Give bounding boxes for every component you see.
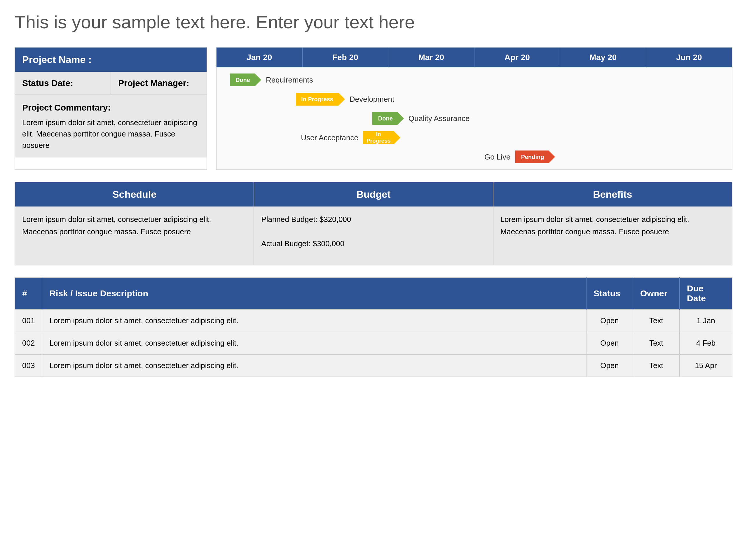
project-info-panel: Project Name : Status Date: Project Mana… xyxy=(15,47,207,170)
gantt-bar-development: In Progress xyxy=(296,93,345,106)
benefits-col: Benefits Lorem ipsum dolor sit amet, con… xyxy=(493,182,732,265)
gantt-body: Done Requirements In Progress Developmen… xyxy=(216,68,732,169)
risk-desc-0: Lorem ipsum dolor sit amet, consectetuer… xyxy=(42,310,586,332)
risk-duedate-1: 4 Feb xyxy=(679,332,732,354)
gantt-bar-golive: Pending xyxy=(515,151,555,163)
status-manager-row: Status Date: Project Manager: xyxy=(15,72,207,94)
risk-owner-0: Text xyxy=(633,310,679,332)
risk-duedate-2: 15 Apr xyxy=(679,354,732,377)
gantt-label-requirements: Requirements xyxy=(266,76,313,85)
col-header-owner: Owner xyxy=(633,277,679,310)
schedule-header: Schedule xyxy=(15,182,254,207)
risk-table-row: 002 Lorem ipsum dolor sit amet, consecte… xyxy=(15,332,732,354)
gantt-col-apr: Apr 20 xyxy=(474,48,561,68)
gantt-row-uat: User Acceptance InProgress xyxy=(216,128,732,147)
risk-table-header-row: # Risk / Issue Description Status Owner … xyxy=(15,277,732,310)
gantt-bar-qa: Done xyxy=(372,112,404,125)
commentary-row: Project Commentary: Lorem ipsum dolor si… xyxy=(15,94,207,158)
risk-num-1: 002 xyxy=(15,332,42,354)
status-date-label: Status Date: xyxy=(22,78,73,88)
col-header-status: Status xyxy=(586,277,633,310)
risk-num-0: 001 xyxy=(15,310,42,332)
gantt-label-qa: Quality Assurance xyxy=(409,114,470,123)
risk-duedate-0: 1 Jan xyxy=(679,310,732,332)
budget-header: Budget xyxy=(254,182,493,207)
gantt-bar-requirements: Done xyxy=(230,74,261,86)
col-header-desc: Risk / Issue Description xyxy=(42,277,586,310)
gantt-row-development: In Progress Development xyxy=(216,89,732,109)
commentary-title: Project Commentary: xyxy=(22,101,200,114)
col-header-num: # xyxy=(15,277,42,310)
gantt-label-uat-left: User Acceptance xyxy=(220,133,358,142)
project-name-label: Project Name : xyxy=(22,54,92,65)
gantt-col-mar: Mar 20 xyxy=(388,48,474,68)
commentary-text: Lorem ipsum dolor sit amet, consectetuer… xyxy=(22,117,200,151)
risk-status-1: Open xyxy=(586,332,633,354)
risk-num-2: 003 xyxy=(15,354,42,377)
risk-owner-2: Text xyxy=(633,354,679,377)
risk-status-2: Open xyxy=(586,354,633,377)
project-name-row: Project Name : xyxy=(15,48,207,72)
risk-table-row: 003 Lorem ipsum dolor sit amet, consecte… xyxy=(15,354,732,377)
gantt-row-golive: Go Live Pending xyxy=(216,147,732,166)
project-manager-cell: Project Manager: xyxy=(111,72,207,94)
top-section: Project Name : Status Date: Project Mana… xyxy=(15,47,732,170)
risk-desc-1: Lorem ipsum dolor sit amet, consectetuer… xyxy=(42,332,586,354)
budget-col: Budget Planned Budget: $320,000 Actual B… xyxy=(254,182,493,265)
actual-budget: Actual Budget: $300,000 xyxy=(261,238,486,250)
status-date-cell: Status Date: xyxy=(15,72,111,94)
gantt-label-golive-left: Go Live xyxy=(220,153,511,162)
gantt-row-requirements: Done Requirements xyxy=(216,70,732,89)
gantt-header: Jan 20 Feb 20 Mar 20 Apr 20 May 20 Jun 2… xyxy=(216,48,732,68)
benefits-body: Lorem ipsum dolor sit amet, consectetuer… xyxy=(493,207,732,265)
risk-table: # Risk / Issue Description Status Owner … xyxy=(15,277,732,377)
page-title: This is your sample text here. Enter you… xyxy=(15,12,732,32)
schedule-body: Lorem ipsum dolor sit amet, consectetuer… xyxy=(15,207,254,265)
benefits-header: Benefits xyxy=(493,182,732,207)
gantt-col-jan: Jan 20 xyxy=(216,48,303,68)
schedule-col: Schedule Lorem ipsum dolor sit amet, con… xyxy=(15,182,254,265)
gantt-label-development: Development xyxy=(350,95,394,104)
budget-body: Planned Budget: $320,000 Actual Budget: … xyxy=(254,207,493,265)
planned-budget: Planned Budget: $320,000 xyxy=(261,213,486,226)
gantt-bar-uat: InProgress xyxy=(363,131,400,144)
risk-status-0: Open xyxy=(586,310,633,332)
col-header-duedate: Due Date xyxy=(679,277,732,310)
risk-table-row: 001 Lorem ipsum dolor sit amet, consecte… xyxy=(15,310,732,332)
project-manager-label: Project Manager: xyxy=(118,78,189,88)
gantt-col-may: May 20 xyxy=(560,48,646,68)
risk-desc-2: Lorem ipsum dolor sit amet, consectetuer… xyxy=(42,354,586,377)
gantt-col-jun: Jun 20 xyxy=(646,48,732,68)
gantt-section: Jan 20 Feb 20 Mar 20 Apr 20 May 20 Jun 2… xyxy=(216,47,732,170)
middle-section: Schedule Lorem ipsum dolor sit amet, con… xyxy=(15,182,732,265)
gantt-row-qa: Done Quality Assurance xyxy=(216,109,732,128)
risk-owner-1: Text xyxy=(633,332,679,354)
gantt-col-feb: Feb 20 xyxy=(303,48,389,68)
